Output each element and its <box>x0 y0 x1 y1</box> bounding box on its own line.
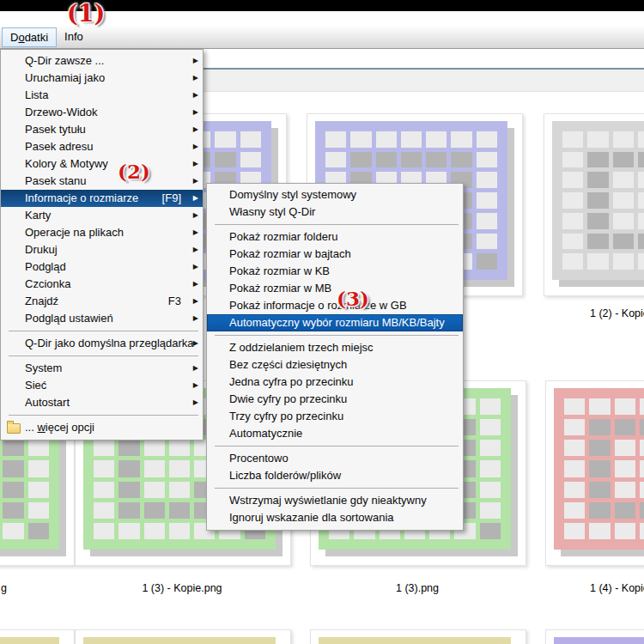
grid-cell <box>640 440 644 456</box>
menu-item[interactable]: Ignoruj wskazanie dla sortowania <box>207 509 463 526</box>
menu-item[interactable]: Trzy cyfry po przecinku <box>207 408 463 425</box>
menu-item-label: Pokaż rozmiar folderu <box>229 230 337 243</box>
menu-item-label: Automatycznie <box>229 427 302 440</box>
menu-item[interactable]: Z oddzielaniem trzech miejsc <box>207 339 463 356</box>
file-thumbnail-card[interactable] <box>75 629 291 644</box>
submenu-arrow-icon: ▶ <box>193 173 198 190</box>
menu-item[interactable]: System▶ <box>1 360 203 377</box>
grid-cell <box>94 502 114 519</box>
grid-cell <box>118 440 139 456</box>
menubar-item-info[interactable]: Info <box>57 27 91 47</box>
menu-item[interactable]: Sieć▶ <box>1 377 203 394</box>
menu-item[interactable]: Pasek tytułu▶ <box>1 121 203 138</box>
menu-separator <box>9 415 198 416</box>
menu-item[interactable]: Lista▶ <box>1 87 203 104</box>
file-thumbnail-card[interactable] <box>310 629 526 644</box>
menu-item[interactable]: Pokaż rozmiar w KB <box>207 263 463 280</box>
grid-cell <box>376 152 397 168</box>
menu-item[interactable]: Kolory & Motywy▶ <box>1 155 203 173</box>
menu-item[interactable]: Automatycznie <box>207 425 463 442</box>
grid-cell <box>169 440 190 456</box>
grid-cell <box>587 234 608 250</box>
grid-cell <box>562 131 583 148</box>
grid-cell <box>477 172 497 188</box>
menu-item[interactable]: Pasek adresu▶ <box>1 138 203 155</box>
grid-cell <box>477 253 497 270</box>
grid-cell <box>325 152 346 168</box>
menu-separator <box>9 331 198 331</box>
menubar-item-dodatki[interactable]: Dodatki <box>2 27 57 47</box>
menu-item[interactable]: Bez części dziesiętnych <box>207 356 463 374</box>
grid-cell <box>564 523 585 539</box>
grid-cell <box>477 152 497 168</box>
menu-item[interactable]: Pokaż rozmiar w bajtach <box>207 246 463 263</box>
file-thumbnail-card[interactable] <box>545 629 644 644</box>
menu-item-label: Pokaż rozmiar w MB <box>229 282 331 295</box>
menu-item[interactable]: Liczba folderów/plików <box>207 467 463 484</box>
menu-item[interactable]: Drzewo-Widok▶ <box>1 104 203 121</box>
grid-cell <box>562 234 583 250</box>
menu-item[interactable]: Q-Dir jako domyślna przeglądarka▶ <box>1 335 203 352</box>
grid-cell <box>480 440 501 456</box>
menu-item[interactable]: Jedna cyfra po przecinku <box>207 374 463 391</box>
menu-item[interactable]: Dwie cyfry po przecinku <box>207 391 463 408</box>
menu-item[interactable]: Podgląd ustawień▶ <box>1 310 203 327</box>
menu-item-label: Domyślny styl systemowy <box>229 188 356 201</box>
menu-item[interactable]: Automatyczny wybór rozmiaru MB/KB/Bajty <box>207 314 463 331</box>
file-name-label[interactable]: 1 (2) - Kopie <box>590 307 644 319</box>
grid-cell <box>94 440 114 456</box>
grid-cell <box>477 213 497 229</box>
menu-item[interactable]: Czcionka▶ <box>1 276 203 293</box>
menu-item[interactable]: Pokaż informacje o rozmiarze w GB <box>207 297 463 314</box>
file-name-label[interactable]: 1 (4) - Kopie <box>590 582 644 594</box>
grid-cell <box>615 460 635 477</box>
menu-item[interactable]: Uruchamiaj jako▶ <box>1 70 203 87</box>
grid-cell <box>426 152 447 168</box>
grid-cell <box>28 460 49 477</box>
grid-cell <box>325 131 346 148</box>
grid-cell <box>564 502 585 519</box>
submenu-arrow-icon: ▶ <box>193 52 198 70</box>
grid-cell <box>426 131 447 148</box>
menu-item[interactable]: ZnajdźF3▶ <box>1 293 203 310</box>
menu-item-label: Drukuj <box>25 243 58 256</box>
submenu-arrow-icon: ▶ <box>193 258 198 276</box>
grid-cell <box>215 152 235 168</box>
menu-item[interactable]: Operacje na plikach▶ <box>1 224 203 241</box>
file-thumbnail-card[interactable] <box>544 113 644 296</box>
menu-item-label: Operacje na plikach <box>25 226 124 239</box>
menu-item-label: Informacje o rozmiarze <box>25 191 138 204</box>
grid-cell <box>638 172 644 188</box>
menu-item[interactable]: Procentowo <box>207 450 463 467</box>
grid-cell <box>613 253 634 270</box>
menu-item-label: Dwie cyfry po przecinku <box>229 392 347 405</box>
grid-cell <box>562 152 583 168</box>
file-thumbnail-card[interactable] <box>0 629 75 644</box>
file-name-label[interactable]: g <box>1 582 7 594</box>
menu-item[interactable]: Autostart▶ <box>1 394 203 411</box>
grid-cell <box>169 523 190 539</box>
menu-item[interactable]: Karty▶ <box>1 207 203 224</box>
grid-cell <box>401 131 422 148</box>
grid-cell <box>562 253 583 270</box>
menu-item[interactable]: Pasek stanu▶ <box>1 173 203 190</box>
file-name-label[interactable]: 1 (3).png <box>323 582 512 594</box>
menu-item[interactable]: Wstrzymaj wyświetlanie gdy nieaktywny <box>207 492 463 509</box>
menu-item[interactable]: Domyślny styl systemowy <box>207 186 463 204</box>
menu-item[interactable]: Drukuj▶ <box>1 241 203 258</box>
grid-cell <box>28 502 49 519</box>
menu-item-label: Z oddzielaniem trzech miejsc <box>229 341 374 354</box>
menu-item-label: Pokaż rozmiar w bajtach <box>229 247 351 260</box>
menu-item[interactable]: Pokaż rozmiar w MB <box>207 280 463 297</box>
submenu-arrow-icon: ▶ <box>193 360 198 377</box>
menu-item[interactable]: Podgląd▶ <box>1 258 203 276</box>
file-thumbnail-card[interactable] <box>545 380 644 566</box>
menu-item[interactable]: Informacje o rozmiarze[F9]▶ <box>1 190 203 207</box>
menu-item[interactable]: Pokaż rozmiar folderu <box>207 228 463 246</box>
menu-item[interactable]: Własny styl Q-Dir <box>207 204 463 221</box>
grid-cell <box>28 523 49 539</box>
grid-cell <box>564 398 585 415</box>
menu-item[interactable]: ... więcej opcji <box>1 419 203 436</box>
file-name-label[interactable]: 1 (3) - Kopie.png <box>88 582 276 594</box>
menu-item[interactable]: Q-Dir zawsze ...▶ <box>1 52 203 70</box>
